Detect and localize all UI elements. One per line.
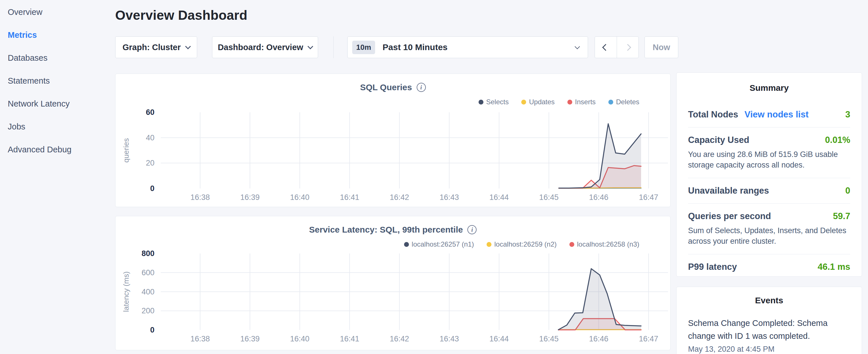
prev-time-button[interactable] xyxy=(595,37,617,58)
line-chart: 16:3816:3916:4016:4116:4216:4316:4416:45… xyxy=(116,216,670,350)
sql-queries-chart-panel: SQL Queries i SelectsUpdatesInsertsDelet… xyxy=(115,74,671,207)
sidebar-item-jobs[interactable]: Jobs xyxy=(8,115,115,138)
svg-text:0: 0 xyxy=(150,184,154,193)
svg-text:16:46: 16:46 xyxy=(589,193,609,202)
svg-text:60: 60 xyxy=(146,108,154,117)
summary-row-label: Capacity Used xyxy=(688,135,749,145)
now-button[interactable]: Now xyxy=(645,36,678,58)
summary-row-unavailable-ranges: Unavailable ranges 0 xyxy=(688,186,850,196)
toolbar-divider xyxy=(333,36,334,58)
sidebar-item-metrics[interactable]: Metrics xyxy=(8,24,115,46)
svg-text:16:47: 16:47 xyxy=(639,334,658,343)
summary-row-capacity-used: Capacity Used 0.01% You are using 28.6 M… xyxy=(688,135,850,170)
chevron-down-icon xyxy=(308,43,313,49)
dashboard-dropdown[interactable]: Dashboard: Overview xyxy=(212,36,318,58)
svg-text:0: 0 xyxy=(150,326,154,334)
dashboard-dropdown-label: Dashboard: Overview xyxy=(218,43,303,52)
graph-dropdown-label: Graph: Cluster xyxy=(122,43,181,52)
summary-row-label: Total Nodes xyxy=(688,109,738,120)
svg-text:16:44: 16:44 xyxy=(490,193,509,202)
summary-title: Summary xyxy=(688,83,850,93)
svg-text:16:38: 16:38 xyxy=(191,193,210,202)
svg-text:16:42: 16:42 xyxy=(390,334,409,343)
summary-row-label: Unavailable ranges xyxy=(688,186,769,196)
graph-dropdown[interactable]: Graph: Cluster xyxy=(115,36,197,58)
svg-text:16:40: 16:40 xyxy=(290,334,309,343)
event-text[interactable]: Schema Change Completed: Schema change w… xyxy=(688,317,850,343)
svg-text:200: 200 xyxy=(142,307,154,315)
summary-row-description: Sum of Selects, Updates, Inserts, and De… xyxy=(688,225,850,247)
svg-text:16:45: 16:45 xyxy=(539,193,559,202)
svg-text:20: 20 xyxy=(146,159,154,167)
divider xyxy=(688,203,850,204)
chevron-down-icon xyxy=(575,44,580,49)
summary-row-total-nodes: Total Nodes View nodes list 3 xyxy=(688,109,850,120)
summary-row-value: 0.01% xyxy=(825,135,850,145)
sidebar-item-databases[interactable]: Databases xyxy=(8,46,115,69)
svg-text:16:44: 16:44 xyxy=(490,334,509,343)
divider xyxy=(688,178,850,178)
sidebar-item-statements[interactable]: Statements xyxy=(8,69,115,92)
svg-text:16:38: 16:38 xyxy=(191,334,210,343)
svg-text:16:46: 16:46 xyxy=(589,334,609,343)
time-step-buttons xyxy=(595,36,639,58)
time-range-dropdown[interactable]: 10m Past 10 Minutes xyxy=(347,36,588,58)
svg-text:16:40: 16:40 xyxy=(290,193,309,202)
summary-row-value: 0 xyxy=(845,186,850,196)
summary-row-description: You are using 28.6 MiB of 515.9 GiB usab… xyxy=(688,149,850,170)
svg-text:16:42: 16:42 xyxy=(390,193,409,202)
svg-text:queries: queries xyxy=(122,138,130,162)
sidebar-item-advanced-debug[interactable]: Advanced Debug xyxy=(8,138,115,161)
summary-row-label: P99 latency xyxy=(688,262,737,272)
divider xyxy=(688,254,850,254)
page-title: Overview Dashboard xyxy=(115,7,247,23)
svg-text:16:45: 16:45 xyxy=(539,334,559,343)
svg-text:16:41: 16:41 xyxy=(340,334,359,343)
events-panel: Events Schema Change Completed: Schema c… xyxy=(676,287,862,354)
view-nodes-list-link[interactable]: View nodes list xyxy=(744,109,808,120)
line-chart: 16:3816:3916:4016:4116:4216:4316:4416:45… xyxy=(116,74,670,207)
next-time-button[interactable] xyxy=(617,37,639,58)
chevron-down-icon xyxy=(185,43,191,49)
event-timestamp: May 13, 2020 at 4:45 PM xyxy=(688,345,850,354)
svg-text:16:43: 16:43 xyxy=(440,334,459,343)
sidebar-item-network-latency[interactable]: Network Latency xyxy=(8,92,115,115)
summary-row-value: 59.7 xyxy=(833,211,850,221)
events-title: Events xyxy=(688,296,850,305)
svg-text:400: 400 xyxy=(142,288,154,296)
svg-text:16:39: 16:39 xyxy=(240,334,260,343)
svg-text:latency (ms): latency (ms) xyxy=(122,271,130,312)
service-latency-chart-panel: Service Latency: SQL, 99th percentile i … xyxy=(115,216,671,350)
svg-text:16:43: 16:43 xyxy=(440,193,459,202)
summary-row-value: 46.1 ms xyxy=(817,262,850,272)
time-range-label: Past 10 Minutes xyxy=(382,42,447,52)
summary-row-value: 3 xyxy=(845,109,850,120)
sidebar-item-overview[interactable]: Overview xyxy=(8,1,115,24)
summary-row-label: Queries per second xyxy=(688,211,771,221)
svg-text:16:47: 16:47 xyxy=(639,193,658,202)
svg-text:16:39: 16:39 xyxy=(240,193,260,202)
time-range-badge: 10m xyxy=(352,41,375,54)
summary-panel: Summary Total Nodes View nodes list 3 Ca… xyxy=(676,72,862,277)
chevron-left-icon xyxy=(602,44,609,51)
svg-text:600: 600 xyxy=(142,268,154,277)
summary-row-p99-latency: P99 latency 46.1 ms xyxy=(688,262,850,272)
svg-text:16:41: 16:41 xyxy=(340,193,359,202)
svg-text:800: 800 xyxy=(142,249,154,258)
sidebar: Overview Metrics Databases Statements Ne… xyxy=(0,0,115,354)
summary-row-queries-per-second: Queries per second 59.7 Sum of Selects, … xyxy=(688,211,850,247)
chevron-right-icon xyxy=(624,44,631,51)
svg-text:40: 40 xyxy=(146,133,154,142)
